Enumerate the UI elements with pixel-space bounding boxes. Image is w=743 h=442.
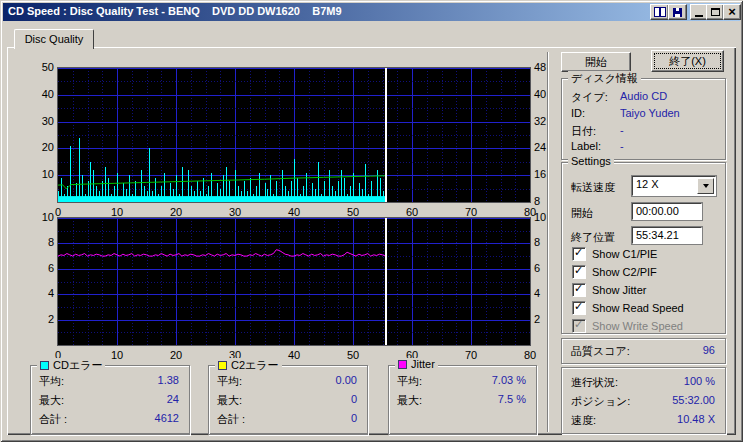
- maximize-icon: [711, 8, 720, 16]
- c1-legend-swatch: [40, 361, 49, 370]
- minimize-icon: [695, 15, 703, 17]
- c2-error-title: C2エラー: [231, 358, 279, 373]
- x-axis-tick-label: 80: [518, 349, 542, 361]
- c2-max-label: 最大:: [217, 393, 242, 408]
- report-button[interactable]: [650, 4, 669, 20]
- end-pos-input[interactable]: 55:34.21: [632, 227, 702, 244]
- x-axis-tick-label: 20: [164, 349, 188, 361]
- disc-date-value: -: [620, 124, 624, 136]
- speed-value: 12 X: [636, 178, 659, 190]
- progress-label: 進行状況:: [571, 375, 618, 390]
- x-axis-tick-label: 50: [341, 349, 365, 361]
- cd-total-value: 4612: [155, 412, 179, 424]
- y-axis-right-tick-label: 32: [534, 115, 558, 127]
- disc-type-label: タイプ:: [571, 90, 608, 105]
- x-axis-tick-label: 40: [282, 349, 306, 361]
- settings-title: Settings: [568, 155, 614, 167]
- y-axis-tick-label: 8: [24, 236, 54, 248]
- disc-type-value: Audio CD: [620, 90, 667, 102]
- cd-error-legend: CDエラー: [37, 358, 105, 373]
- disc-info-group: ディスク情報 タイプ: Audio CD ID: Taiyo Yuden 日付:…: [561, 78, 726, 160]
- exit-button[interactable]: 終了(X): [651, 50, 724, 72]
- tab-disc-quality[interactable]: Disc Quality: [14, 29, 94, 49]
- disc-id-label: ID:: [571, 107, 585, 119]
- checkbox-icon: ✓: [572, 301, 586, 315]
- cd-avg-label: 平均:: [39, 374, 64, 389]
- checkbox-icon: ✓: [572, 265, 586, 279]
- save-button[interactable]: [668, 4, 687, 20]
- start-button[interactable]: 開始: [561, 52, 631, 72]
- y-axis-right-tick-label: 6: [534, 262, 558, 274]
- jitter-title: Jitter: [411, 358, 435, 370]
- close-icon: ×: [728, 6, 736, 18]
- end-pos-label: 終了位置: [571, 230, 615, 245]
- settings-group: Settings 転送速度 12 X 開始 00:00.00 終了位置 55:3…: [561, 162, 726, 334]
- y-axis-tick-label: 20: [24, 141, 54, 153]
- checkbox-show-jitter[interactable]: ✓ Show Jitter: [572, 283, 646, 297]
- speed-label: 転送速度: [571, 180, 615, 195]
- position-value: 55:32.00: [672, 394, 715, 406]
- speed-dropdown-button[interactable]: [697, 178, 714, 194]
- app-window: CD Speed : Disc Quality Test - BENQ DVD …: [0, 0, 743, 442]
- y-axis-tick-label: 50: [24, 61, 54, 73]
- c2-max-value: 0: [351, 393, 357, 405]
- quality-score-group: 品質スコア: 96: [561, 338, 726, 364]
- cd-max-label: 最大:: [39, 393, 64, 408]
- c1-error-chart: 50403020104840322416801020304050607080: [20, 60, 548, 218]
- checkbox-show-c1[interactable]: ✓ Show C1/PIE: [572, 247, 657, 261]
- y-axis-tick-label: 2: [24, 313, 54, 325]
- checkbox-show-read-speed[interactable]: ✓ Show Read Speed: [572, 301, 684, 315]
- c2-legend-swatch: [218, 361, 227, 370]
- window-title: CD Speed : Disc Quality Test - BENQ DVD …: [8, 5, 342, 17]
- titlebar[interactable]: CD Speed : Disc Quality Test - BENQ DVD …: [3, 3, 740, 21]
- y-axis-right-tick-label: 24: [534, 141, 558, 153]
- y-axis-right-tick-label: 48: [534, 61, 558, 73]
- jitter-chart-plot[interactable]: [57, 217, 531, 346]
- checkbox-show-c2[interactable]: ✓ Show C2/PIF: [572, 265, 657, 279]
- jitter-avg-value: 7.03 %: [492, 374, 526, 386]
- checkbox-label: Show Jitter: [592, 284, 646, 296]
- y-axis-right-tick-label: 40: [534, 88, 558, 100]
- panel-divider: [547, 52, 549, 432]
- y-axis-tick-label: 40: [24, 88, 54, 100]
- y-axis-right-tick-label: 16: [534, 168, 558, 180]
- disc-date-label: 日付:: [571, 124, 596, 139]
- jitter-avg-label: 平均:: [397, 374, 422, 389]
- c2-error-legend: C2エラー: [215, 358, 282, 373]
- x-axis-tick-label: 70: [459, 349, 483, 361]
- c2-avg-label: 平均:: [217, 374, 242, 389]
- y-axis-tick-label: 4: [24, 287, 54, 299]
- y-axis-tick-label: 10: [24, 168, 54, 180]
- c2-error-stats-group: C2エラー 平均: 0.00 最大: 0 合計 : 0: [208, 365, 368, 435]
- disc-label-label: Label:: [571, 140, 601, 152]
- jitter-stats-group: Jitter 平均: 7.03 % 最大: 7.5 %: [388, 365, 537, 435]
- progress-group: 進行状況: 100 % ポジション: 55:32.00 速度: 10.48 X: [561, 367, 726, 434]
- disc-label-value: -: [620, 140, 624, 152]
- cd-avg-value: 1.38: [158, 374, 179, 386]
- close-button[interactable]: ×: [723, 4, 741, 20]
- checkbox-label: Show C1/PIE: [592, 248, 657, 260]
- cd-max-value: 24: [167, 393, 179, 405]
- speed-readout-label: 速度:: [571, 413, 596, 428]
- c2-total-value: 0: [351, 412, 357, 424]
- checkbox-icon: ✓: [572, 283, 586, 297]
- maximize-button[interactable]: [706, 4, 724, 20]
- cd-total-label: 合計 :: [39, 412, 67, 427]
- y-axis-right-tick-label: 8: [534, 236, 558, 248]
- cd-error-title: CDエラー: [53, 358, 102, 373]
- quality-score-value: 96: [703, 344, 715, 356]
- c1-chart-plot[interactable]: [57, 67, 531, 203]
- checkbox-label: Show C2/PIF: [592, 266, 657, 278]
- disc-info-title: ディスク情報: [568, 71, 641, 86]
- checkbox-icon: ✓: [572, 319, 586, 333]
- x-axis-tick-label: 10: [105, 349, 129, 361]
- speed-select[interactable]: 12 X: [632, 176, 716, 196]
- start-pos-label: 開始: [571, 206, 593, 221]
- disc-id-value: Taiyo Yuden: [620, 107, 680, 119]
- c2-total-label: 合計 :: [217, 412, 245, 427]
- y-axis-tick-label: 30: [24, 115, 54, 127]
- c2-avg-value: 0.00: [336, 374, 357, 386]
- chevron-down-icon: [703, 184, 709, 188]
- y-axis-tick-label: 10: [24, 211, 54, 223]
- start-pos-input[interactable]: 00:00.00: [632, 203, 702, 220]
